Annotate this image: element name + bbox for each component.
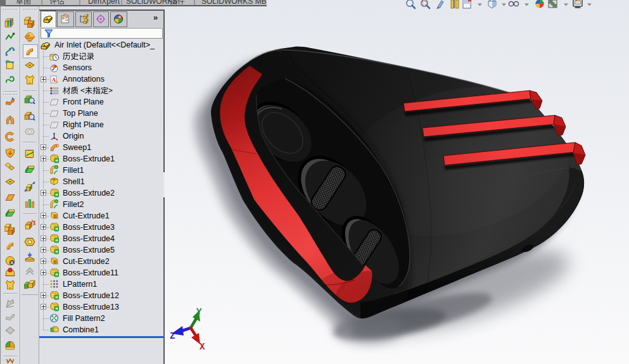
svg-text:DimXpert: DimXpert: [88, 0, 120, 6]
svg-text:X: X: [200, 342, 205, 352]
svg-text:SOLIDWORKS: SOLIDWORKS: [126, 0, 177, 6]
svg-text:Z: Z: [170, 331, 175, 341]
svg-text:Y: Y: [196, 307, 202, 317]
svg-text:SOLIDWORKS MBD: SOLIDWORKS MBD: [201, 0, 267, 6]
svg-text:A: A: [52, 77, 56, 83]
